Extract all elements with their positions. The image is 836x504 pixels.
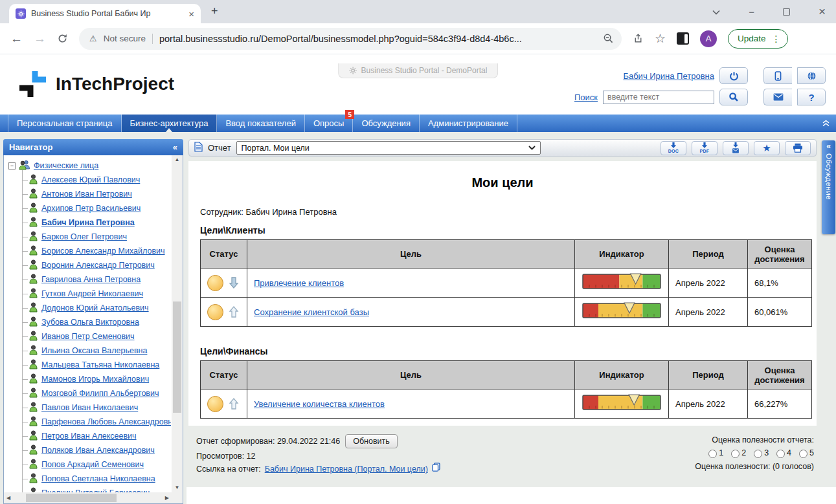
person-link[interactable]: Ильина Оксана Валерьевна: [41, 346, 147, 355]
rating-option[interactable]: 4: [776, 447, 791, 459]
sidebar-collapse-icon[interactable]: «: [173, 142, 177, 152]
rating-radio[interactable]: [776, 450, 785, 458]
search-input[interactable]: [603, 91, 714, 104]
share-icon[interactable]: [633, 33, 644, 44]
tree-person-item: Антонов Иван Петрович: [19, 187, 171, 201]
person-link[interactable]: Гутков Андрей Николаевич: [41, 289, 143, 298]
refresh-button[interactable]: Обновить: [345, 434, 398, 448]
rating-radio[interactable]: [708, 450, 717, 458]
report-select[interactable]: Портал. Мои цели: [236, 141, 541, 155]
language-button[interactable]: [797, 67, 826, 84]
person-link[interactable]: Архипов Петр Васильевич: [41, 204, 141, 213]
indicator-gauge: [582, 302, 662, 320]
scroll-up-icon[interactable]: ▲: [175, 157, 180, 162]
goal-link[interactable]: Привлечение клиентов: [254, 278, 344, 288]
person-link[interactable]: Попов Аркадий Семенович: [41, 460, 144, 469]
nav-tab[interactable]: Ввод показателей: [217, 115, 305, 132]
messages-button[interactable]: [763, 89, 792, 105]
horizontal-scroll-thumb[interactable]: [26, 494, 117, 502]
person-link[interactable]: Попова Светлана Николаевна: [41, 474, 155, 483]
rating-option[interactable]: 3: [754, 447, 769, 459]
tab-close-icon[interactable]: ×: [188, 9, 194, 19]
person-link[interactable]: Гаврилова Анна Петровна: [41, 275, 141, 284]
browser-tab[interactable]: Business Studio Portal Бабич Ир ×: [9, 4, 201, 23]
person-link[interactable]: Мальцева Татьяна Николаевна: [41, 360, 159, 369]
person-link[interactable]: Барков Олег Петрович: [41, 232, 127, 241]
close-window-button[interactable]: ×: [819, 5, 826, 19]
person-link[interactable]: Антонов Иван Петрович: [41, 190, 132, 199]
nav-tabs: Персональная страницаБизнес-архитектураВ…: [8, 115, 517, 132]
person-link[interactable]: Додонов Юрий Анатольевич: [41, 303, 149, 312]
browser-menu-icon[interactable]: ⋮: [772, 34, 781, 43]
url-bar[interactable]: ⚠ Not secure portal.businessstudio.ru/De…: [79, 28, 622, 50]
person-link[interactable]: Бабич Ирина Петровна: [41, 218, 135, 227]
forward-button[interactable]: →: [34, 32, 46, 45]
person-link[interactable]: Мозговой Филипп Альбертович: [41, 389, 159, 398]
minimize-button[interactable]: −: [749, 6, 754, 17]
logout-button[interactable]: [719, 67, 748, 84]
person-link[interactable]: Поляков Иван Александрович: [41, 446, 155, 455]
navbar-collapse-icon[interactable]: [822, 115, 830, 132]
send-mail-button[interactable]: [723, 141, 749, 155]
sidebar-vertical-scrollbar[interactable]: ▲ ▼: [172, 155, 183, 492]
person-link[interactable]: Мамонов Игорь Михайлович: [41, 375, 149, 384]
person-icon: [28, 302, 38, 314]
goal-cell: Сохранение клиентской базы: [247, 298, 575, 327]
person-link[interactable]: Павлов Иван Николаевич: [41, 403, 138, 412]
new-tab-button[interactable]: +: [211, 5, 218, 18]
nav-tab[interactable]: Персональная страница: [8, 115, 122, 132]
chrome-menu-chevron-icon[interactable]: [712, 6, 720, 17]
person-link[interactable]: Борисов Александр Михайлович: [41, 247, 165, 256]
url-text[interactable]: portal.businessstudio.ru/DemoPortal/busi…: [159, 34, 596, 44]
rating-option[interactable]: 5: [799, 447, 814, 459]
person-icon: [28, 430, 38, 443]
score-cell: 68,1%: [748, 268, 812, 298]
help-button[interactable]: ?: [797, 89, 826, 105]
reload-button[interactable]: [57, 33, 68, 44]
trend-up-icon: [229, 397, 239, 410]
sidebar-horizontal-scrollbar[interactable]: ◀ ▶: [4, 492, 172, 503]
rating-option[interactable]: 2: [731, 447, 746, 459]
scroll-right-icon[interactable]: ▶: [165, 496, 169, 501]
person-link[interactable]: Воронин Александр Петрович: [41, 261, 155, 270]
profile-avatar[interactable]: A: [700, 30, 717, 47]
zoom-out-icon[interactable]: [603, 33, 614, 44]
bookmark-star-icon[interactable]: ☆: [655, 32, 666, 45]
nav-tab[interactable]: Опросы5: [305, 115, 353, 132]
person-link[interactable]: Петров Иван Алексеевич: [41, 432, 137, 441]
goal-link[interactable]: Увеличение количества клиентов: [254, 399, 385, 409]
rating-option[interactable]: 1: [708, 447, 723, 459]
search-button[interactable]: [719, 89, 748, 105]
person-link[interactable]: Парфенова Любовь Александровна: [41, 417, 171, 426]
nav-tab[interactable]: Администрирование: [420, 115, 517, 132]
search-link[interactable]: Поиск: [574, 93, 598, 102]
report-link[interactable]: Бабич Ирина Петровна (Портал. Мои цели): [265, 463, 428, 476]
tree-root-link[interactable]: Физические лица: [34, 161, 98, 170]
back-button[interactable]: ←: [10, 32, 23, 45]
maximize-button[interactable]: [783, 8, 790, 16]
person-link[interactable]: Зубова Ольга Викторовна: [41, 318, 139, 327]
person-link[interactable]: Иванов Петр Семенович: [41, 332, 135, 341]
user-name-link[interactable]: Бабич Ирина Петровна: [623, 71, 714, 81]
tree-root-row: − Физические лица: [8, 159, 171, 173]
mobile-version-button[interactable]: [763, 67, 792, 84]
goal-link[interactable]: Сохранение клиентской базы: [254, 307, 369, 317]
side-panel-icon[interactable]: [677, 32, 689, 45]
person-link[interactable]: Алексеев Юрий Павлович: [41, 175, 140, 184]
vertical-scroll-thumb[interactable]: [173, 301, 181, 413]
navigator-title: Навигатор: [9, 142, 52, 152]
scroll-down-icon[interactable]: ▼: [175, 485, 180, 490]
print-button[interactable]: [785, 141, 811, 155]
favorite-button[interactable]: ★: [754, 141, 780, 155]
export-doc-button[interactable]: DOC: [661, 141, 686, 155]
rating-radio[interactable]: [754, 450, 762, 458]
nav-tab[interactable]: Бизнес-архитектура: [122, 115, 218, 132]
rating-radio[interactable]: [731, 450, 740, 458]
tree-expander-icon[interactable]: −: [8, 162, 16, 170]
copy-link-icon[interactable]: [432, 463, 440, 476]
nav-tab[interactable]: Обсуждения: [353, 115, 420, 132]
update-button[interactable]: Update ⋮: [728, 29, 788, 49]
not-secure-warning-icon[interactable]: ⚠: [89, 34, 97, 43]
export-pdf-button[interactable]: PDF: [692, 141, 717, 155]
rating-radio[interactable]: [799, 450, 808, 458]
